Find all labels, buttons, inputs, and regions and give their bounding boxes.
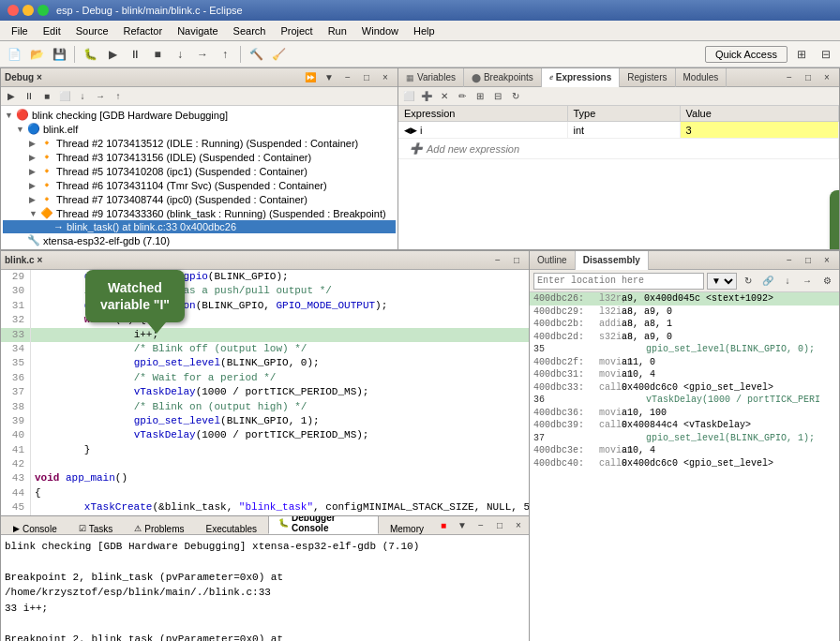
tab-console[interactable]: ▶ Console: [3, 522, 68, 534]
toolbar-build[interactable]: 🔨: [246, 44, 266, 65]
minimize-button[interactable]: [22, 5, 34, 16]
expr-panel-minimize[interactable]: −: [781, 69, 798, 86]
toolbar-step-into[interactable]: ↓: [170, 44, 190, 65]
dis-panel-close[interactable]: ×: [818, 252, 835, 269]
menu-edit[interactable]: Edit: [36, 23, 68, 38]
debug-disconnect-btn[interactable]: ⬜: [56, 88, 73, 105]
tab-modules[interactable]: Modules: [676, 68, 728, 87]
menu-refactor[interactable]: Refactor: [116, 23, 171, 38]
toolbar-new[interactable]: 📄: [4, 44, 24, 65]
dis-settings[interactable]: ⚙: [818, 273, 835, 290]
console-close[interactable]: ×: [510, 517, 527, 534]
toolbar-step-return[interactable]: ↑: [215, 44, 235, 65]
toolbar-suspend[interactable]: ⏸: [125, 44, 145, 65]
dis-panel-minimize[interactable]: −: [781, 252, 798, 269]
toolbar-step-over[interactable]: →: [192, 44, 213, 65]
tree-item-thread6[interactable]: ▶ 🔸 Thread #6 1073431104 (Tmr Svc) (Susp…: [3, 178, 396, 192]
console-tab-icon: ▶: [13, 524, 20, 533]
console-content[interactable]: blink checking [GDB Hardware Debugging] …: [1, 535, 529, 641]
tree-item-gdb[interactable]: 🔧 xtensa-esp32-elf-gdb (7.10): [3, 233, 396, 247]
expr-refresh-btn[interactable]: ↻: [507, 88, 524, 105]
quick-access-button[interactable]: Quick Access: [705, 46, 788, 63]
close-button[interactable]: [8, 5, 19, 16]
expr-add-row[interactable]: ➕ Add new expression: [398, 139, 839, 159]
debug-panel-minimize[interactable]: −: [339, 69, 356, 86]
dis-refresh-btn[interactable]: ↻: [740, 273, 757, 290]
code-panel-minimize[interactable]: −: [489, 252, 506, 269]
debug-panel-maximize[interactable]: □: [358, 69, 375, 86]
add-expression-hint[interactable]: ➕ Add new expression: [404, 141, 832, 157]
expr-collapse-all[interactable]: ⬜: [400, 88, 417, 105]
tree-item-frame[interactable]: → blink_task() at blink.c:33 0x400dbc26: [3, 220, 396, 233]
maximize-button[interactable]: [38, 5, 49, 16]
toolbar-save[interactable]: 💾: [49, 44, 69, 65]
menu-run[interactable]: Run: [321, 23, 354, 38]
menu-navigate[interactable]: Navigate: [170, 23, 225, 38]
toolbar-debug[interactable]: 🐛: [80, 44, 100, 65]
console-stop-btn[interactable]: ■: [435, 517, 452, 534]
window-controls[interactable]: [8, 5, 49, 16]
tree-item-thread2[interactable]: ▶ 🔸 Thread #2 1073413512 (IDLE : Running…: [3, 136, 396, 150]
dis-inst-step[interactable]: ↓: [779, 273, 796, 290]
toolbar-view[interactable]: ⊟: [816, 44, 836, 65]
debug-stepinto-btn[interactable]: ↓: [74, 88, 91, 105]
expr-edit-btn[interactable]: ✏: [454, 88, 471, 105]
tab-registers[interactable]: Registers: [620, 68, 675, 87]
dis-panel-maximize[interactable]: □: [800, 252, 817, 269]
expr-remove-btn[interactable]: ✕: [436, 88, 453, 105]
debug-panel-toolbar-btn1[interactable]: ⏩: [302, 69, 319, 86]
expr-copy-btn[interactable]: ⊞: [472, 88, 488, 105]
toolbar-perspectives[interactable]: ⊞: [791, 44, 812, 65]
toolbar-resume[interactable]: ▶: [102, 44, 123, 65]
code-line-30: 30 /* Set the GPIO as a push/pull output…: [1, 284, 529, 298]
toolbar-open[interactable]: 📂: [26, 44, 47, 65]
menu-search[interactable]: Search: [226, 23, 274, 38]
menu-project[interactable]: Project: [273, 23, 320, 38]
tree-item-elf[interactable]: ▼ 🔵 blink.elf: [3, 122, 396, 136]
menu-source[interactable]: Source: [68, 23, 116, 38]
tab-expressions[interactable]: 𝑒 Expressions: [542, 68, 620, 87]
expr-paste-btn[interactable]: ⊟: [489, 88, 506, 105]
debug-panel-toolbar-btn2[interactable]: ▼: [321, 69, 338, 86]
tab-memory[interactable]: Memory: [380, 522, 434, 534]
expr-panel-close[interactable]: ×: [818, 69, 835, 86]
menu-help[interactable]: Help: [406, 23, 442, 38]
debug-resume-btn[interactable]: ▶: [3, 88, 20, 105]
tab-problems[interactable]: ⚠ Problems: [124, 522, 194, 534]
tree-item-root[interactable]: ▼ 🔴 blink checking [GDB Hardware Debuggi…: [3, 108, 396, 122]
tree-item-thread7[interactable]: ▶ 🔸 Thread #7 1073408744 (ipc0) (Suspend…: [3, 192, 396, 206]
tree-item-thread9[interactable]: ▼ 🔶 Thread #9 1073433360 (blink_task : R…: [3, 206, 396, 220]
tab-executables[interactable]: Executables: [196, 522, 267, 534]
toolbar-terminate[interactable]: ■: [147, 44, 168, 65]
expr-add-btn[interactable]: ➕: [418, 88, 435, 105]
tab-outline[interactable]: Outline: [530, 251, 576, 270]
tab-tasks[interactable]: ☑ Tasks: [68, 522, 124, 534]
debug-panel-close[interactable]: ×: [377, 69, 394, 86]
debug-stepover-btn[interactable]: →: [92, 88, 109, 105]
tab-variables[interactable]: ▦ Variables: [398, 68, 464, 87]
menu-window[interactable]: Window: [354, 23, 406, 38]
tab-outline-label: Outline: [537, 255, 567, 265]
console-minimize[interactable]: −: [472, 517, 489, 534]
debug-suspend-btn[interactable]: ⏸: [21, 88, 38, 105]
menu-file[interactable]: File: [4, 23, 36, 38]
code-panel-maximize[interactable]: □: [508, 252, 525, 269]
dis-link-btn[interactable]: 🔗: [759, 273, 776, 290]
console-line-2: Breakpoint 2, blink_task (pvParameter=0x…: [5, 570, 525, 601]
tab-debugger-console[interactable]: 🐛 Debugger Console: [268, 516, 379, 534]
expr-panel-maximize[interactable]: □: [800, 69, 817, 86]
dis-location-input[interactable]: [533, 273, 704, 290]
debug-stop-btn[interactable]: ■: [38, 88, 55, 105]
tab-breakpoints[interactable]: ⬤ Breakpoints: [464, 68, 542, 87]
tree-item-thread3[interactable]: ▶ 🔸 Thread #3 1073413156 (IDLE) (Suspend…: [3, 150, 396, 164]
tab-disassembly[interactable]: Disassembly: [576, 251, 649, 270]
dis-inst-over[interactable]: →: [799, 273, 816, 290]
console-maximize[interactable]: □: [491, 517, 508, 534]
expr-row-0[interactable]: ◀▶ i int 3: [398, 122, 839, 139]
dis-location-select[interactable]: ▼: [707, 273, 737, 290]
debug-stepreturn-btn[interactable]: ↑: [110, 88, 127, 105]
console-clear-btn[interactable]: ▼: [454, 517, 471, 534]
toolbar-clean[interactable]: 🧹: [268, 44, 289, 65]
tree-text-root: blink checking [GDB Hardware Debugging]: [32, 110, 228, 121]
tree-item-thread5[interactable]: ▶ 🔸 Thread #5 1073410208 (ipc1) (Suspend…: [3, 164, 396, 178]
